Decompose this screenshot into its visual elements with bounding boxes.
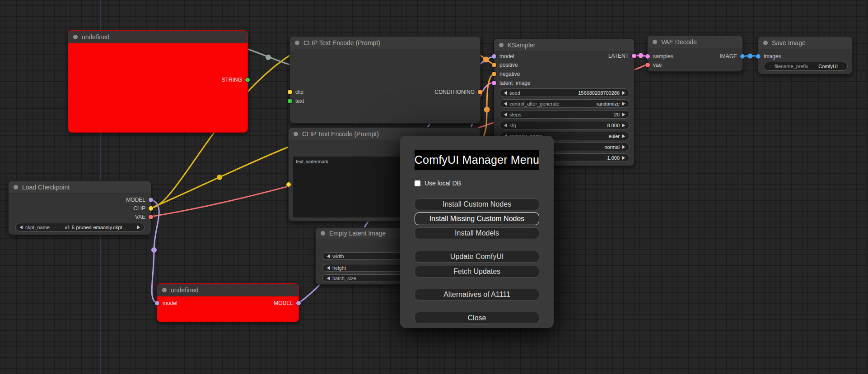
collapse-dot-icon[interactable] [763,41,768,45]
clip-output-port[interactable] [149,206,153,211]
decrement-arrow-icon[interactable] [504,113,507,116]
link-midpoint-dot[interactable] [484,107,490,113]
negative-input-port[interactable] [492,72,496,76]
node-header[interactable]: CLIP Text Encode (Prompt) [290,37,480,49]
latent-output-port[interactable] [632,54,636,58]
node-title: Empty Latent Image [329,230,386,237]
node-header[interactable]: undefined [68,31,247,43]
text-input-port[interactable] [288,99,292,103]
close-button[interactable]: Close [415,312,539,324]
model-output-port[interactable] [149,198,153,202]
port-label: clip [295,89,303,95]
comfyui-manager-dialog: ComfyUI Manager Menu Use local DB Instal… [400,136,554,328]
collapse-dot-icon[interactable] [294,132,298,136]
image-output-port[interactable] [740,54,745,59]
collapse-dot-icon[interactable] [14,185,18,189]
cfg-widget[interactable]: cfg 8.000 [499,121,630,129]
link-midpoint-dot[interactable] [266,55,271,60]
widget-label: batch_size [332,276,356,281]
collapse-dot-icon[interactable] [295,41,299,45]
link-midpoint-dot[interactable] [639,53,644,58]
link-midpoint-dot[interactable] [748,54,753,59]
widget-value: euler [545,134,620,139]
port-label: MODEL [274,300,293,306]
update-comfyui-button[interactable]: Update ComfyUI [415,251,539,263]
ckpt-name-widget[interactable]: ckpt_name v1-5-pruned-emaonly.ckpt [15,223,145,232]
decrement-arrow-icon[interactable] [504,124,507,127]
port-label: text [295,98,304,104]
model-input-port[interactable] [155,301,159,305]
decrement-arrow-icon[interactable] [327,277,330,280]
input-port-row: positive [494,62,518,68]
port-label: negative [499,71,520,77]
node-save-image[interactable]: Save Image images filename_prefix ComfyU… [758,36,853,74]
node-undefined-top[interactable]: undefined STRING [68,30,248,133]
install-custom-nodes-button[interactable]: Install Custom Nodes [415,199,539,210]
increment-arrow-icon[interactable] [622,134,625,138]
vae-output-port[interactable] [149,215,153,219]
model-input-port[interactable] [492,54,496,59]
increment-arrow-icon[interactable] [622,124,625,127]
node-load-checkpoint[interactable]: Load Checkpoint MODEL CLIP VAE ckpt_name… [8,180,151,235]
decrement-arrow-icon[interactable] [504,102,507,106]
link-midpoint-dot[interactable] [483,57,489,63]
input-port-row: model [494,54,514,59]
increment-arrow-icon[interactable] [622,156,625,160]
samples-input-port[interactable] [645,54,650,59]
decrement-arrow-icon[interactable] [504,91,507,95]
vae-input-port[interactable] [645,63,650,67]
node-graph-canvas[interactable]: undefined STRING CLIP Text Encode (Promp… [0,0,868,374]
collapse-dot-icon[interactable] [162,288,167,292]
model-output-port[interactable] [296,301,301,305]
collapse-dot-icon[interactable] [653,40,657,44]
seed-widget[interactable]: seed 156680208700286 [499,88,630,97]
collapse-dot-icon[interactable] [321,231,325,235]
string-output-port[interactable] [245,78,250,82]
node-header[interactable]: KSampler [494,39,634,51]
increment-arrow-icon[interactable] [622,145,625,149]
port-label: latent_image [499,80,531,86]
collapse-dot-icon[interactable] [499,43,504,47]
port-label: images [764,53,781,60]
node-vae-decode[interactable]: VAE Decode samples vae IMAGE [647,35,743,72]
decrement-arrow-icon[interactable] [20,226,23,229]
clip-input-port[interactable] [286,182,291,187]
increment-arrow-icon[interactable] [137,226,140,229]
dialog-title: ComfyUI Manager Menu [415,150,539,170]
node-clip-text-encode-1[interactable]: CLIP Text Encode (Prompt) clip text COND… [289,36,481,124]
output-port-row: MODEL [274,300,299,306]
output-port-row: LATENT [608,53,634,59]
widget-value: 156680208700286 [523,90,620,96]
conditioning-output-port[interactable] [478,90,482,94]
node-header[interactable]: undefined [157,284,299,296]
increment-arrow-icon[interactable] [622,91,625,95]
increment-arrow-icon[interactable] [622,113,625,116]
fetch-updates-button[interactable]: Fetch Updates [415,266,539,277]
install-missing-custom-nodes-button[interactable]: Install Missing Custom Nodes [415,212,539,225]
node-header[interactable]: VAE Decode [648,36,742,48]
alternatives-of-a1111-button[interactable]: Alternatives of A1111 [415,289,539,300]
widget-label: cfg [509,123,516,128]
images-input-port[interactable] [756,54,761,59]
port-label: MODEL [126,197,145,203]
node-header[interactable]: Save Image [758,37,852,49]
link-midpoint-dot[interactable] [151,247,157,253]
positive-input-port[interactable] [492,63,496,67]
install-models-button[interactable]: Install Models [415,227,539,239]
use-local-db-checkbox[interactable] [415,180,420,186]
node-header[interactable]: Load Checkpoint [9,181,151,194]
node-undefined-bottom[interactable]: undefined model MODEL [157,283,299,322]
widget-label: filename_prefix [775,64,808,69]
decrement-arrow-icon[interactable] [327,266,330,270]
input-port-row: latent_image [494,80,531,86]
link-midpoint-dot[interactable] [217,175,222,180]
steps-widget[interactable]: steps 20 [499,110,630,119]
control-after-generate-widget[interactable]: control_after_generate randomize [499,99,630,108]
increment-arrow-icon[interactable] [622,102,625,106]
filename-prefix-widget[interactable]: filename_prefix ComfyUI [764,62,848,71]
collapse-dot-icon[interactable] [73,35,78,39]
node-title: CLIP Text Encode (Prompt) [303,39,380,46]
clip-input-port[interactable] [288,90,292,94]
latent-image-input-port[interactable] [492,81,496,85]
decrement-arrow-icon[interactable] [327,254,330,258]
